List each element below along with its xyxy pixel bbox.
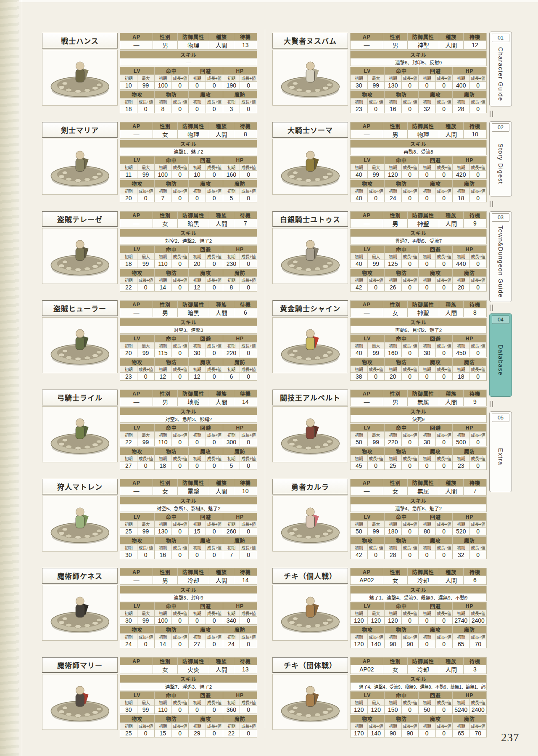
evade-header: 回避: [189, 67, 223, 75]
mdef-init-value: 5: [223, 194, 240, 202]
pdef-header: 物防: [154, 269, 189, 277]
ap-header: AP: [120, 33, 153, 41]
patk-header: 物攻: [120, 626, 155, 634]
lv-header: LV: [351, 335, 385, 342]
miniature-figure-icon: [277, 587, 343, 638]
hit-header: 命中: [385, 513, 419, 521]
mdef-growth-value: 0: [240, 284, 257, 292]
skill-value: 連撃6、封印5、反射9: [395, 59, 442, 66]
miniature-figure-icon: [277, 498, 343, 549]
guidebook-page: 戦士ハンス AP: [0, 0, 538, 756]
def-attr-header: 防御属性: [177, 390, 209, 398]
mdef-init-value: 3: [223, 105, 240, 113]
pdef-init-value: 90: [385, 640, 402, 648]
character-name-box: 闘技王アルベルト: [272, 390, 348, 405]
lv-init-value: 10: [120, 82, 137, 90]
miniature-figure-icon: [47, 498, 113, 549]
hit-header: 命中: [385, 424, 419, 432]
evade-growth-value: 0: [435, 438, 453, 446]
character-entry: 弓騎士ライル AP: [42, 390, 257, 462]
race-header: 種族: [209, 658, 234, 665]
hit-init-value: 120: [385, 617, 402, 625]
lv-init-value: 18: [120, 260, 137, 268]
gender-value: 女: [383, 308, 407, 317]
matk-init-value: 29: [189, 729, 206, 737]
character-stat-table: AP 性別 防御属性 種族 待機 — 女 無属 人間 7 スキル 連撃4、急所6…: [350, 479, 487, 552]
character-entry: 剣士マリア AP: [42, 122, 257, 195]
pdef-header: 物防: [154, 626, 189, 634]
skill-value: 魅了1、連撃4、受流9、殺無9、遅無9、不動9: [369, 594, 468, 601]
patk-growth-value: 0: [367, 462, 385, 470]
wait-header: 待機: [463, 33, 486, 41]
sidebar-tab-character-guide[interactable]: 01 Character Guide: [489, 32, 512, 106]
wait-value: 9: [463, 219, 486, 228]
character-name-box: 盗賊ヒューラー: [42, 300, 118, 316]
hp-header: HP: [453, 513, 487, 521]
gender-value: 女: [383, 487, 407, 496]
sidebar-tab-extra[interactable]: 05 Extra: [489, 411, 512, 492]
hp-header: HP: [223, 424, 257, 432]
tab-number: 03: [492, 213, 509, 222]
hp-init-value: 260: [223, 528, 240, 536]
hp-init-value: 500: [453, 438, 470, 446]
lv-header: LV: [120, 692, 155, 699]
ap-header: AP: [351, 658, 383, 665]
pdef-init-value: 8: [154, 105, 171, 113]
character-portrait: [272, 317, 348, 373]
entries-column-left: 戦士ハンス AP: [42, 33, 257, 730]
hit-growth-value: 0: [401, 438, 419, 446]
figure-head: [306, 597, 314, 605]
def-attr-header: 防御属性: [408, 479, 439, 487]
hp-header: HP: [223, 513, 257, 521]
matk-growth-value: 0: [206, 551, 223, 559]
pdef-growth-value: 0: [171, 194, 189, 202]
hp-init-value: 340: [223, 617, 240, 625]
patk-header: 物攻: [351, 269, 385, 277]
pdef-init-value: 16: [385, 105, 402, 113]
patk-header: 物攻: [120, 180, 155, 188]
patk-growth-value: 0: [367, 551, 385, 559]
matk-growth-value: 0: [435, 284, 453, 292]
tab-number: 04: [492, 316, 509, 324]
character-name: 闘技王アルベルト: [280, 392, 340, 403]
lv-init-value: 30: [120, 617, 137, 625]
character-portrait: [42, 317, 118, 373]
sidebar-tab-database[interactable]: 04 Database: [489, 313, 512, 397]
def-attr-value: 火炎: [177, 665, 209, 674]
pdef-init-value: 28: [385, 551, 402, 559]
hit-growth-value: 0: [171, 82, 189, 90]
mdef-header: 魔防: [453, 91, 487, 98]
skill-value: 連撃4、急所6、魅了2: [395, 505, 442, 512]
patk-header: 物攻: [120, 448, 155, 455]
wait-value: 14: [234, 576, 257, 585]
matk-init-value: 0: [419, 729, 436, 737]
evade-init-value: 0: [419, 617, 436, 625]
skill-value: 再動8、受流8: [404, 148, 433, 155]
ap-value: —: [120, 398, 153, 406]
lv-init-value: 40: [351, 349, 368, 357]
evade-init-value: 30: [419, 438, 436, 446]
character-portrait: [272, 50, 348, 106]
figure-head: [306, 62, 314, 70]
character-portrait: [42, 406, 118, 462]
miniature-figure-icon: [47, 52, 113, 103]
patk-growth-value: 0: [137, 194, 154, 202]
pdef-init-value: 20: [385, 373, 402, 381]
gender-value: 男: [153, 576, 178, 585]
lv-init-value: 40: [351, 171, 368, 179]
evade-growth-value: 0: [206, 706, 223, 714]
hit-header: 命中: [154, 424, 189, 432]
sidebar-tab-town-dungeon-guide[interactable]: 03 Town&Dungeon Guide: [489, 211, 512, 302]
figure-body: [306, 427, 314, 439]
def-attr-header: 防御属性: [408, 212, 439, 219]
character-stat-table: AP 性別 防御属性 種族 待機 — 男 神聖 人間 12 スキル 連撃6、封印…: [350, 33, 487, 106]
race-header: 種族: [439, 568, 463, 576]
page-left-edge-texture: [0, 0, 19, 756]
hit-init-value: 110: [154, 706, 171, 714]
sidebar-tab-story-digest[interactable]: 02 Story Digest: [489, 121, 512, 196]
def-attr-header: 防御属性: [408, 390, 439, 398]
pdef-growth-value: 0: [401, 194, 419, 202]
race-value: 人間: [439, 130, 463, 139]
mdef-header: 魔防: [453, 180, 487, 188]
matk-growth-value: 0: [206, 373, 223, 381]
